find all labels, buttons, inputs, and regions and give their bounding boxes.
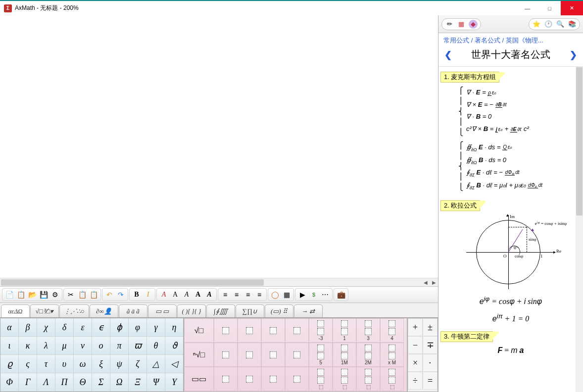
greek-π[interactable]: π xyxy=(110,337,128,354)
crumb-2[interactable]: 著名公式 xyxy=(475,37,500,44)
edit-icon[interactable]: ✏ xyxy=(445,20,454,29)
lib-next-button[interactable]: ❯ xyxy=(568,49,579,60)
greek-υ[interactable]: υ xyxy=(55,355,73,373)
maxwell-diff-form[interactable]: ∇ · E = ρε₀ ∇ × E = − ∂B∂t ∇ · B = 0 c²∇… xyxy=(440,87,581,135)
greek-κ[interactable]: κ xyxy=(19,337,37,354)
frac-lbl-0-1[interactable]: 1 xyxy=(333,318,356,343)
minimize-button[interactable]: — xyxy=(516,1,538,15)
greek-Υ[interactable]: Υ xyxy=(165,373,183,391)
redo-button[interactable]: ↷ xyxy=(115,289,126,300)
paste-button[interactable]: 📋 xyxy=(88,289,99,300)
greek-ξ[interactable]: ξ xyxy=(92,355,110,373)
briefcase-button[interactable]: 💼 xyxy=(336,289,346,300)
page-button[interactable]: 📋 xyxy=(15,289,26,300)
align-right[interactable]: ≡ xyxy=(243,289,253,300)
op-×[interactable]: × xyxy=(408,354,423,372)
greek-◁[interactable]: ◁ xyxy=(165,355,183,373)
greek-△[interactable]: △ xyxy=(147,355,165,373)
euler-eq2[interactable]: eiπ + 1 = 0 xyxy=(440,312,581,323)
more-button[interactable]: ⋯ xyxy=(320,289,331,300)
tab-diff[interactable]: ∂∞👤 xyxy=(90,305,118,317)
copy-button[interactable]: 📋 xyxy=(77,289,88,300)
open-button[interactable]: 📂 xyxy=(27,289,38,300)
op-∓[interactable]: ∓ xyxy=(423,336,437,354)
greek-ζ[interactable]: ζ xyxy=(129,355,146,373)
greek-ο[interactable]: ο xyxy=(92,337,110,354)
greek-τ[interactable]: τ xyxy=(37,355,55,373)
books-icon[interactable]: 📚 xyxy=(568,20,577,29)
greek-ϕ[interactable]: ϕ xyxy=(110,318,128,336)
crumb-1[interactable]: 常用公式 xyxy=(443,37,469,44)
frac-lbl-2-2[interactable]: ⬚ xyxy=(356,367,380,391)
frac-lbl-1-1[interactable]: 1M xyxy=(333,343,356,367)
greek-Γ[interactable]: Γ xyxy=(19,373,37,391)
greek-θ[interactable]: θ xyxy=(147,337,165,354)
frac-lbl-0-3[interactable]: 4 xyxy=(380,318,404,343)
tab-frac[interactable]: √□⅟□▾ xyxy=(30,305,59,317)
color-grid[interactable]: ▦ xyxy=(281,289,292,300)
greek-φ[interactable]: φ xyxy=(129,318,146,336)
frac-cell-2-3[interactable] xyxy=(285,367,309,391)
greek-χ[interactable]: χ xyxy=(37,318,55,336)
maxwell-int-form[interactable]: ∯∂Ω E · ds = Qε₀ ∯∂Ω B · ds = 0 ∮∂Σ E · … xyxy=(440,141,581,192)
maximize-button[interactable]: □ xyxy=(538,1,561,15)
close-button[interactable]: ✕ xyxy=(561,1,583,15)
frac-lead-1[interactable]: ⁿ√□ xyxy=(184,343,214,367)
pin-icon[interactable]: ◆ xyxy=(469,20,478,29)
bold-button[interactable]: B xyxy=(131,289,142,300)
greek-ε[interactable]: ε xyxy=(74,318,92,336)
frac-cell-1-2[interactable] xyxy=(261,343,285,367)
cut-button[interactable]: ✂ xyxy=(65,289,76,300)
settings-button[interactable]: ⚙ xyxy=(49,289,60,300)
greek-Σ[interactable]: Σ xyxy=(92,373,110,391)
frac-cell-0-0[interactable] xyxy=(214,318,238,343)
frac-lbl-2-0[interactable]: ⬚ xyxy=(309,367,333,391)
greek-ϵ[interactable]: ϵ xyxy=(92,318,110,336)
greek-ι[interactable]: ι xyxy=(0,337,18,354)
tab-sum[interactable]: ∑∏∪ xyxy=(236,305,264,317)
frac-cell-2-2[interactable] xyxy=(261,367,285,391)
tab-paren[interactable]: ( )[ ]{ } xyxy=(177,305,206,317)
editor-canvas[interactable] xyxy=(0,15,438,278)
new-button[interactable]: 📄 xyxy=(4,289,15,300)
frac-lbl-0-2[interactable]: 3 xyxy=(356,318,380,343)
greek-Φ[interactable]: Φ xyxy=(0,373,18,391)
frac-cell-2-1[interactable] xyxy=(238,367,261,391)
lib-prev-button[interactable]: ❮ xyxy=(442,49,454,60)
save-button[interactable]: 💾 xyxy=(38,289,49,300)
frac-cell-2-0[interactable] xyxy=(214,367,238,391)
greek-λ[interactable]: λ xyxy=(37,337,55,354)
greek-ϱ[interactable]: ϱ xyxy=(0,355,18,373)
italic-button[interactable]: I xyxy=(143,289,153,300)
font-a3[interactable]: A xyxy=(181,289,192,300)
tab-dots[interactable]: ⋮⋰∴○ xyxy=(59,305,89,317)
frac-lead-2[interactable]: ▭▭ xyxy=(184,367,214,391)
greek-Π[interactable]: Π xyxy=(55,373,73,391)
tab-box[interactable]: ▭ ▭ xyxy=(148,305,177,317)
scrollbar-thumb[interactable] xyxy=(1,279,264,286)
search-icon[interactable]: 🔍 xyxy=(556,20,565,29)
euler-figure[interactable]: ▸ ▸▴ Im Re O 1 cosφ sinφ φ eⁱᵠ = cosφ + … xyxy=(440,215,581,289)
frac-cell-1-3[interactable] xyxy=(285,343,309,367)
greek-μ[interactable]: μ xyxy=(55,337,73,354)
op-=[interactable]: = xyxy=(423,372,437,390)
frac-cell-0-2[interactable] xyxy=(261,318,285,343)
tab-arrow[interactable]: → ⇄ xyxy=(294,305,323,317)
frac-lbl-2-3[interactable]: ⬚ xyxy=(380,367,404,391)
tab-matrix[interactable]: (▭) ⠿ xyxy=(265,305,293,317)
align-center[interactable]: ≡ xyxy=(231,289,242,300)
frac-lead-0[interactable]: √□ xyxy=(184,318,214,343)
frac-cell-1-0[interactable] xyxy=(214,343,238,367)
euler-eq1[interactable]: eiφ = cosφ + i sinφ xyxy=(440,295,581,306)
op-÷[interactable]: ÷ xyxy=(408,372,423,390)
clock-icon[interactable]: 🕐 xyxy=(544,20,553,29)
greek-ν[interactable]: ν xyxy=(74,337,92,354)
op-⋅[interactable]: ⋅ xyxy=(423,354,437,372)
horizontal-scrollbar[interactable]: ◀▶ xyxy=(0,278,438,286)
greek-ϖ[interactable]: ϖ xyxy=(129,337,146,354)
frac-cell-0-1[interactable] xyxy=(238,318,261,343)
frac-cell-1-1[interactable] xyxy=(238,343,261,367)
align-just[interactable]: ≡ xyxy=(254,289,265,300)
greek-γ[interactable]: γ xyxy=(147,318,165,336)
frac-lbl-0-0[interactable]: -3 xyxy=(309,318,333,343)
